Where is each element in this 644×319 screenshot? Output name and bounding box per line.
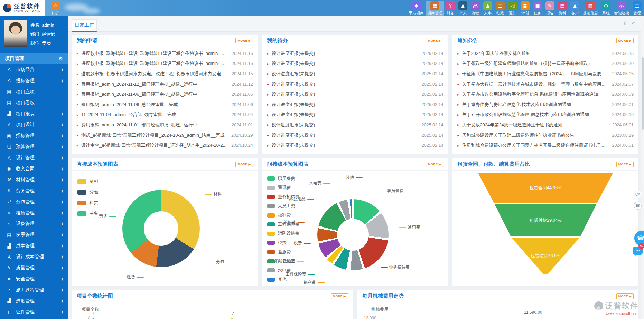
indirect-cost-donut-chart[interactable] [317, 199, 389, 270]
gear-icon[interactable]: ⚙ [58, 56, 63, 61]
direct-cost-donut-chart[interactable] [122, 190, 200, 267]
list-item[interactable]: ▸进度款申报_珠海鹤港口建设_珠海鹤港口建设工程合作协议书_admin_...2… [77, 48, 253, 59]
list-item[interactable]: ▸设计进度汇报(未提交)2025.02.14 [267, 110, 444, 120]
list-item[interactable]: ▸设计进度汇报(未提交)2025.02.14 [267, 89, 444, 99]
sidebar-item-21[interactable]: ◔施工过程管理❯ [0, 284, 68, 296]
ca-certificate-button[interactable]: CA [634, 191, 642, 198]
sidebar-item-1[interactable]: A市场经营❯ [0, 64, 68, 75]
legend-item[interactable]: 职员餐费 [267, 174, 300, 183]
list-item[interactable]: ▸住房和城乡建设部办公厅关于同意吉林省开展二级建造师注册证书电子化试点...20… [457, 140, 634, 151]
list-item[interactable]: ▸关于发放2024年第24批一级建造师注册证书的通知2024.06.01 [457, 120, 634, 130]
key-icon[interactable]: ⚷ [623, 20, 627, 26]
more-button[interactable]: MORE ▶ [331, 293, 348, 299]
list-item[interactable]: ▸设计进度汇报(未提交)2025.02.14 [267, 130, 444, 141]
legend-item[interactable]: 通讯费 [267, 183, 300, 193]
legend-item[interactable]: 劳务 [77, 208, 98, 219]
nav-item-3[interactable]: ¥财务 [444, 1, 457, 16]
nav-item-6[interactable]: ♟人事 [482, 1, 494, 16]
list-item[interactable]: ▸关于举办市政公用设施数字化管理信息 系统建设与应用培训班的通知2024.06.… [457, 89, 634, 99]
list-item[interactable]: ▸费用报销_admin_2024-11-12_部门经理审批_胡建,_运行中202… [77, 79, 253, 89]
more-button[interactable]: MORE ▶ [235, 162, 253, 167]
scrollbar[interactable] [641, 16, 644, 319]
list-item[interactable]: ▸设计进度汇报(未提交)2025.02.14 [267, 59, 444, 69]
funnel-band-2[interactable]: 租赁付款29.04% [476, 204, 615, 236]
list-item[interactable]: ▸设计进度汇报(未提交)2025.02.14 [267, 140, 444, 151]
sidebar-item-9[interactable]: A设计管理❯ [0, 152, 68, 163]
legend-item[interactable]: 租赁 [77, 197, 98, 208]
sidebar-item-4[interactable]: ▤项目看板 [0, 97, 68, 108]
list-item[interactable]: ▸设计进度汇报(未提交)2025.02.14 [267, 120, 444, 130]
legend-item[interactable]: 分包 [77, 187, 98, 197]
nav-item-5[interactable]: 品流程 [469, 1, 482, 16]
nav-item-12[interactable]: ▤资料 [556, 1, 569, 16]
sidebar-item-2[interactable]: A投标管理❯ [0, 75, 68, 86]
phone-icon[interactable]: ☎ [634, 202, 642, 210]
scrollbar-thumb[interactable] [642, 57, 644, 130]
sidebar-item-23[interactable]: ▯证件管理❯ [0, 307, 68, 318]
more-button[interactable]: MORE ▶ [235, 38, 253, 44]
list-item[interactable]: ▸11_2024-11-04_admin_经营部_领导审批__完成2024.11… [77, 110, 253, 120]
funnel-band-1[interactable]: 租赁合同44.36% [476, 173, 615, 203]
nav-item-2[interactable]: ▦项目管理 [426, 1, 444, 16]
legend-item[interactable]: 材料 [77, 176, 98, 187]
sidebar-item-11[interactable]: ⚒材料管理❯ [0, 174, 68, 185]
sidebar-item-8[interactable]: ❏预算管理❯ [0, 141, 68, 152]
list-item[interactable]: ▸设计进度汇报(未提交)2025.02.14 [267, 79, 444, 89]
sidebar-item-6[interactable]: A项目设计❯ [0, 119, 68, 130]
more-button[interactable]: MORE ▶ [616, 38, 634, 44]
sidebar-item-10[interactable]: ◉收入合同❯ [0, 163, 68, 174]
more-button[interactable]: MORE ▶ [616, 162, 634, 167]
sidebar-item-15[interactable]: ⚡设备管理❯ [0, 218, 68, 229]
nav-item-11[interactable]: ✎报告 [544, 1, 556, 16]
nav-item-17[interactable]: ☰管理 [631, 1, 643, 16]
nav-item-14[interactable]: ▥基础信息 [581, 1, 600, 16]
sidebar-item-5[interactable]: ▟项目报表❯ [0, 108, 68, 119]
list-item[interactable]: ▸关于举办大数据、云计算技术在城市建设、规划、管理与服务中的应用培训班...20… [457, 79, 634, 89]
list-item[interactable]: ▸设计审查_彭祖新城"四馆"景观工程设计项目_请选择_胡产生_2024-10-2… [77, 140, 253, 151]
funnel-band-3[interactable]: 租赁结算26.6% [476, 238, 615, 274]
nav-item-portal[interactable]: ⌂ 门户 [48, 1, 64, 16]
list-item[interactable]: ▸关于2024年国庆节放假安排的通知2024.06.15 [457, 48, 634, 59]
nav-item-8[interactable]: ◁通知 [506, 1, 519, 16]
nav-item-10[interactable]: ▣任务 [531, 1, 544, 16]
nav-item-1[interactable]: ❖甲方项目 [407, 1, 426, 16]
sidebar-item-18[interactable]: A设计成本管理❯ [0, 251, 68, 262]
list-item[interactable]: ▸于征集《中国建筑施工行业信息化发展报告（2024）—BIM应用与发展》材料..… [457, 69, 634, 79]
sidebar-item-14[interactable]: ⧖租赁管理❯ [0, 207, 68, 219]
sidebar-item-22[interactable]: ▟进度管理❯ [0, 296, 68, 307]
sidebar-item-3[interactable]: ▤项目立项 [0, 86, 68, 97]
list-item[interactable]: ▸关于举办住房与房地产信息化 技术及应用培训班的通知2024.06.01 [457, 99, 634, 110]
list-item[interactable]: ▸关于领取一级注册建造师增项贴的通知（须持一建证书前来领取）2024.06.10 [457, 59, 634, 69]
sidebar-item-19[interactable]: ✎质量管理❯ [0, 262, 68, 273]
legend-item[interactable]: 差旅费 [267, 248, 300, 257]
nav-item-7[interactable]: ☰行政 [494, 1, 506, 16]
list-item[interactable]: ▸测试_彭祖新城"四馆"景观工程设计项目_2024-10-29_admin_结束… [77, 130, 253, 141]
list-item[interactable]: ▸费用报销_admin_2024-11-06_总经理审批__完成2024.11.… [77, 99, 253, 110]
nav-item-16[interactable]: ‹/›智能建模 [612, 1, 631, 16]
list-item[interactable]: ▸费用报销_admin_2024-11-06_部门经理审批_胡建,_运行中202… [77, 89, 253, 99]
list-item[interactable]: ▸费用报销_admin_2024-11-01_部门经理审批_胡建,_运行中202… [77, 120, 253, 130]
legend-item[interactable]: 人员工资 [267, 202, 300, 211]
list-item[interactable]: ▸设计进度汇报(未提交)2025.02.14 [267, 69, 444, 79]
nav-item-9[interactable]: ≣计划 [519, 1, 531, 16]
sidebar-item-7[interactable]: ▣招标管理❯ [0, 130, 68, 141]
more-button[interactable]: MORE ▶ [616, 293, 634, 299]
nav-item-15[interactable]: ⚙系统 [600, 1, 612, 16]
sidebar-item-20[interactable]: ☻安全管理❯ [0, 273, 68, 284]
legend-item[interactable]: 消防设施费 [267, 229, 300, 239]
share-icon[interactable]: ↗ [631, 20, 635, 26]
sidebar-item-16[interactable]: ▤发票管理❯ [0, 229, 68, 240]
list-item[interactable]: ▸房和城乡建设厅关于取消二级建造师临时执业证书的公告2023.08.29 [457, 130, 634, 141]
list-item[interactable]: ▸设计进度汇报(未提交)2025.02.14 [267, 48, 444, 59]
chat-button[interactable]: ··· 45 [633, 246, 643, 255]
sidebar-item-17[interactable]: ▟成本管理❯ [0, 240, 68, 251]
nav-item-4[interactable]: ♟个人 [457, 1, 469, 16]
list-item[interactable]: ▸关于召开市政公用设施智慧化管理 信息技术与应用培训班的通知2024.06.19 [457, 110, 634, 120]
tab-daily-work[interactable]: 日常工作 [72, 19, 97, 32]
sidebar-item-12[interactable]: ✌劳务管理❯ [0, 185, 68, 196]
list-item[interactable]: ▸进度款申报_长春市伊通河水力发电厂改建工程_长春市伊通河水力发电...2024… [77, 69, 253, 79]
sidebar-item-13[interactable]: x²分包管理❯ [0, 196, 68, 207]
more-button[interactable]: MORE ▶ [426, 162, 443, 167]
more-button[interactable]: MORE ▶ [426, 38, 443, 44]
list-item[interactable]: ▸进度款申报_珠海鹤港口建设_珠海鹤港口建设工程合作协议书_admin_...2… [77, 59, 253, 69]
